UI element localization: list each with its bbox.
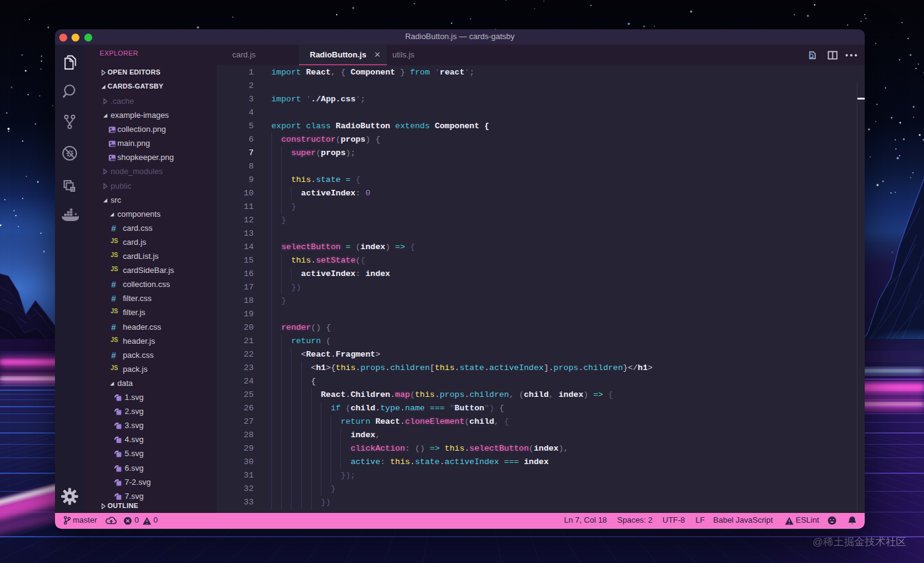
svg-text:@稀土掘金技术社区: @稀土掘金技术社区: [813, 536, 906, 548]
